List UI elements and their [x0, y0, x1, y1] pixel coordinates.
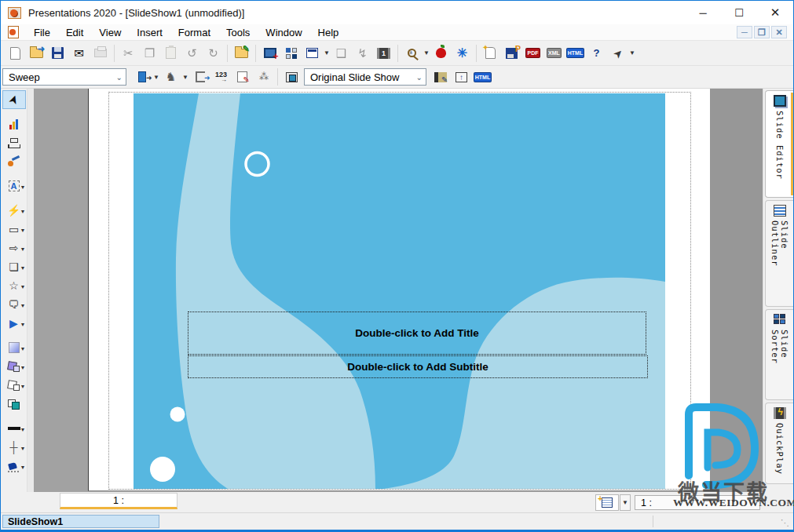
transition-combo[interactable]: Sweep ⌄ — [2, 68, 126, 86]
dropdown-arrow-icon[interactable]: ▼ — [20, 446, 26, 451]
print-button[interactable] — [90, 43, 111, 64]
dropdown-arrow-icon[interactable]: ▼ — [20, 303, 26, 308]
save-button[interactable] — [47, 43, 68, 64]
slide-1-tab[interactable]: 1 : — [60, 493, 177, 509]
publish-show-button[interactable]: ↑ — [451, 67, 472, 87]
line-tool[interactable]: ⚡▼ — [2, 201, 26, 220]
new-document-button[interactable] — [5, 43, 26, 64]
org-chart-tool[interactable] — [2, 133, 26, 152]
maximize-button[interactable]: ☐ — [721, 1, 757, 24]
tab-slide-editor[interactable]: Slide Editor — [765, 90, 793, 198]
publish-pdf-button[interactable]: PDF — [522, 43, 543, 64]
menu-file[interactable]: File — [26, 25, 58, 40]
slide-layout-button[interactable] — [280, 43, 302, 64]
paste-button[interactable] — [160, 43, 181, 64]
balloon-shape-tool[interactable]: ❏▼ — [2, 257, 26, 276]
spell-check-button[interactable] — [430, 43, 452, 64]
new-from-project-button[interactable] — [480, 43, 501, 64]
dropdown-arrow-icon[interactable]: ▼ — [20, 228, 26, 233]
dropdown-arrow-icon[interactable]: ▼ — [20, 209, 26, 214]
line-width-tool[interactable]: ▼ — [2, 419, 26, 438]
display-sequence-button[interactable]: 123 — [210, 67, 232, 87]
speed-dropdown[interactable]: ▼ — [181, 67, 189, 87]
dropdown-arrow-icon[interactable]: ▼ — [20, 384, 26, 389]
dropdown-arrow-icon[interactable]: ▼ — [20, 346, 26, 352]
dropdown-arrow-icon[interactable]: ▼ — [20, 184, 26, 190]
transition-dropdown[interactable]: ▼ — [152, 67, 160, 87]
save-as-powerpoint-button[interactable]: P — [501, 43, 522, 64]
dropdown-arrow-icon[interactable]: ▼ — [20, 365, 26, 370]
mdi-minimize-button[interactable]: ─ — [737, 26, 752, 38]
title-placeholder[interactable]: Double-click to Add Title — [188, 312, 646, 355]
group-button[interactable]: ❑ — [331, 43, 352, 64]
tab-slide-sorter[interactable]: Slide Sorter — [765, 309, 793, 400]
line-style-tool[interactable]: ┼▼ — [2, 438, 26, 457]
quicklink-button[interactable]: ↯ — [352, 43, 373, 64]
dropdown-arrow-icon[interactable]: ▼ — [20, 465, 26, 470]
corel-launcher-button[interactable]: ➤ — [607, 43, 628, 64]
dropdown-arrow-icon[interactable]: ▼ — [20, 265, 26, 271]
new-slide-button[interactable] — [259, 43, 280, 64]
minimize-button[interactable]: ─ — [685, 1, 721, 24]
slide-appearance-dropdown[interactable]: ▼ — [323, 43, 331, 64]
callout-shape-tool[interactable]: 🗨▼ — [2, 295, 26, 314]
publish-html-button[interactable]: HTML — [565, 43, 586, 64]
selection-tool[interactable]: ➤ — [2, 90, 26, 109]
menu-format[interactable]: Format — [170, 25, 218, 40]
dropdown-arrow-icon[interactable]: ▼ — [20, 322, 26, 327]
show-on-the-go-button[interactable]: 1 — [373, 43, 394, 64]
dropdown-arrow-icon[interactable]: ▼ — [20, 427, 26, 432]
menu-window[interactable]: Window — [258, 25, 309, 40]
speaker-notes-button[interactable] — [232, 67, 253, 87]
fill-color-tool[interactable]: ▼ — [2, 457, 26, 476]
close-button[interactable]: ✕ — [757, 1, 793, 24]
rectangle-tool[interactable]: ▭▼ — [2, 220, 26, 239]
dropdown-arrow-icon[interactable]: ▼ — [20, 284, 26, 290]
quicklinks-button[interactable]: ⁂ — [253, 67, 274, 87]
redo-button[interactable]: ↻ — [203, 43, 224, 64]
resize-grip[interactable]: ⋱ — [781, 518, 790, 528]
tab-slide-outliner[interactable]: Slide Outliner — [765, 200, 793, 307]
star-shape-tool[interactable]: ☆▼ — [2, 276, 26, 295]
undo-button[interactable]: ↺ — [181, 43, 203, 64]
menu-edit[interactable]: Edit — [58, 25, 91, 40]
quickshow-button[interactable] — [430, 67, 451, 87]
advance-slide-button[interactable] — [189, 67, 210, 87]
publish-to-internet-button[interactable]: HTML — [472, 67, 493, 87]
insert-slide-button[interactable] — [595, 494, 619, 511]
zoom-dropdown[interactable]: ▼ — [423, 43, 430, 64]
cut-button[interactable]: ✂ — [118, 43, 139, 64]
mdi-restore-button[interactable]: ❐ — [754, 26, 770, 38]
transition-direction-button[interactable] — [131, 67, 152, 87]
chart-tool[interactable] — [2, 115, 26, 133]
swap-colors-tool[interactable] — [2, 395, 26, 414]
launcher-dropdown[interactable]: ▼ — [628, 43, 636, 64]
action-shape-tool[interactable]: ▶▼ — [2, 314, 26, 333]
menu-tools[interactable]: Tools — [218, 25, 258, 40]
send-mail-button[interactable]: ✉ — [68, 43, 90, 64]
help-topics-button[interactable]: ? — [586, 43, 607, 64]
mdi-close-button[interactable]: ✕ — [771, 26, 787, 38]
dropdown-arrow-icon[interactable]: ▼ — [20, 246, 26, 252]
slide-page[interactable]: Double-click to Add Title Double-click t… — [88, 89, 710, 491]
insert-slide-dropdown[interactable]: ▼ — [620, 494, 631, 511]
publish-xml-button[interactable]: XML — [543, 43, 565, 64]
text-box-tool[interactable]: A▼ — [2, 177, 26, 195]
menu-view[interactable]: View — [91, 25, 129, 40]
snowflake-button[interactable]: ✳ — [452, 43, 473, 64]
copy-button[interactable]: ❐ — [139, 43, 160, 64]
clipart-button[interactable]: ✎ — [231, 43, 252, 64]
line-attributes-tool[interactable]: ▼ — [2, 376, 26, 395]
arrow-shape-tool[interactable]: ⇨▼ — [2, 239, 26, 257]
tab-quickplay[interactable]: QuickPlay — [765, 403, 793, 484]
transition-speed-button[interactable]: ♞ — [160, 67, 181, 87]
subtitle-placeholder[interactable]: Double-click to Add Subtitle — [188, 355, 648, 378]
open-button[interactable]: ➜ — [26, 43, 47, 64]
play-slide-show-button[interactable] — [281, 67, 302, 87]
zoom-button[interactable]: ± — [401, 43, 423, 64]
gradient-fill-tool[interactable]: ▼ — [2, 338, 26, 357]
draw-picture-tool[interactable] — [2, 152, 26, 171]
fill-attributes-tool[interactable]: ▼ — [2, 357, 26, 376]
menu-help[interactable]: Help — [310, 25, 347, 40]
menu-insert[interactable]: Insert — [129, 25, 170, 40]
